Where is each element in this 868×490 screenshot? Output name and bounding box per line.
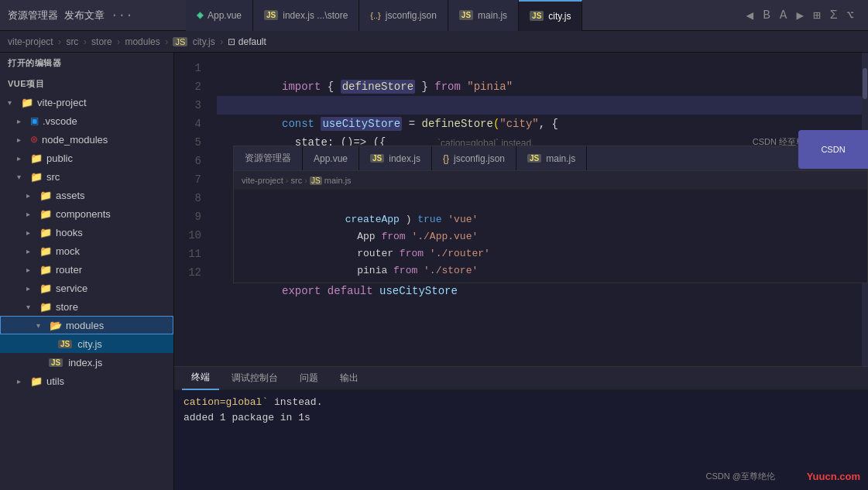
folder-open-icon: 📂 [50, 320, 62, 331]
sidebar-item-modules[interactable]: ▾ 📂 modules [0, 316, 173, 334]
arrow-icon: ▾ [17, 173, 26, 181]
sidebar-item-service[interactable]: ▸ 📁 service [0, 279, 173, 297]
icon-link[interactable]: ⌥ [846, 8, 854, 23]
tab-app-vue[interactable]: ◈ App.vue [186, 0, 253, 31]
folder-icon: 📁 [30, 152, 43, 164]
icon-bold[interactable]: B [763, 9, 770, 22]
arrow-icon: ▸ [26, 210, 36, 218]
more-options-icon[interactable]: ··· [111, 9, 133, 22]
tab-label: App.vue [208, 10, 242, 21]
overlay-code-line-1: createApp ) true 'vue' [273, 194, 859, 211]
folder-icon: 📁 [39, 301, 52, 313]
sidebar-item-label: mock [56, 245, 80, 257]
sidebar-item-label: city.js [77, 338, 102, 350]
sidebar-item-city-js[interactable]: JS city.js [0, 334, 173, 353]
csdn-notify-text: CSDN [821, 145, 845, 154]
npm-icon: ⊛ [30, 134, 38, 145]
tab-city-js[interactable]: JS city.js [519, 0, 582, 31]
icon-sigma[interactable]: Σ [830, 9, 838, 22]
folder-icon: 📁 [39, 227, 52, 238]
folder-icon: 📁 [39, 264, 52, 276]
terminal-line-1: cation=global` instead. [184, 395, 859, 410]
arrow-icon: ▸ [17, 377, 26, 385]
tab-jsconfig-json[interactable]: {..} jsconfig.json [359, 0, 448, 31]
overlay-tab-index-js[interactable]: JS index.js [359, 146, 432, 170]
sidebar-section-vue-project: VUE项目 [0, 74, 173, 93]
sidebar-item-vscode[interactable]: ▸ ▣ .vscode [0, 111, 173, 130]
overlay-tabs: 资源管理器 App.vue JS index.js {} jsconfig.js… [234, 146, 867, 171]
folder-icon: 📁 [30, 375, 43, 387]
terminal-line-2: added 1 package in 1s [184, 410, 859, 426]
tab-label: jsconfig.json [386, 10, 437, 21]
js-icon: JS [370, 154, 384, 163]
arrow-icon: ▸ [26, 284, 36, 293]
overlay-tab-label: main.js [546, 153, 575, 164]
folder-icon: 📁 [30, 171, 43, 183]
arrow-icon: ▸ [26, 191, 36, 200]
overlay-breadcrumb-text: vite-project › src › JS main.js [242, 176, 352, 185]
sidebar-item-label: utils [46, 375, 64, 387]
sidebar-item-assets[interactable]: ▸ 📁 assets [0, 186, 173, 204]
sidebar-item-label: router [56, 264, 82, 276]
terminal-tab-output[interactable]: 输出 [331, 367, 368, 390]
sidebar: 打开的编辑器 VUE项目 ▾ 📁 vite-project ▸ ▣ .vscod… [0, 53, 174, 490]
sidebar-item-public[interactable]: ▸ 📁 public [0, 149, 173, 167]
overlay-tab-main-js[interactable]: JS main.js [516, 146, 587, 170]
sidebar-item-store[interactable]: ▾ 📁 store [0, 297, 173, 316]
sidebar-item-components[interactable]: ▸ 📁 components [0, 204, 173, 223]
folder-icon: 📁 [21, 97, 33, 108]
sidebar-item-label: index.js [68, 357, 102, 368]
icon-back[interactable]: ◀ [746, 8, 754, 23]
sidebar-item-index-js[interactable]: JS index.js [0, 353, 173, 372]
scrollbar-thumb[interactable] [863, 68, 867, 99]
overlay-tab-label: jsconfig.json [454, 153, 505, 164]
arrow-icon: ▸ [17, 135, 26, 144]
sidebar-item-router[interactable]: ▸ 📁 router [0, 260, 173, 279]
json-icon: {..} [370, 11, 380, 20]
overlay-tab-jsconfig[interactable]: {} jsconfig.json [432, 146, 516, 170]
breadcrumb: vite-project › src › store › modules › J… [8, 36, 266, 47]
editor-tabs: ◈ App.vue JS index.js ...\store {..} jsc… [186, 0, 732, 31]
folder-icon: 📁 [39, 245, 52, 257]
arrow-icon: ▸ [17, 117, 26, 125]
sidebar-item-label: service [56, 283, 87, 294]
overlay-code: createApp ) true 'vue' App from './App.v… [265, 190, 867, 283]
sidebar-section-open-editors: 打开的编辑器 [0, 53, 173, 72]
icon-sound[interactable]: ▶ [796, 8, 804, 23]
vue-icon: ◈ [197, 10, 203, 20]
top-bar: 资源管理器 发布文章 ··· ◈ App.vue JS index.js ...… [0, 0, 868, 31]
publish-label[interactable]: 发布文章 [64, 9, 105, 22]
main-area: 打开的编辑器 VUE项目 ▾ 📁 vite-project ▸ ▣ .vscod… [0, 53, 868, 490]
terminal-tab-debug[interactable]: 调试控制台 [222, 367, 287, 390]
tab-main-js[interactable]: JS main.js [448, 0, 519, 31]
overlay-tab-explorer[interactable]: 资源管理器 [234, 146, 303, 170]
sidebar-item-utils[interactable]: ▸ 📁 utils [0, 372, 173, 390]
overlay-tab-label: App.vue [314, 153, 348, 164]
arrow-icon: ▸ [17, 154, 26, 163]
line-numbers: 1234 5678 9101112 [174, 53, 209, 366]
terminal-tab-problems[interactable]: 问题 [290, 367, 328, 390]
js-file-icon: JS [58, 340, 72, 348]
arrow-icon: ▸ [26, 228, 36, 237]
sidebar-item-vite-project[interactable]: ▾ 📁 vite-project [0, 93, 173, 111]
overlay-breadcrumb: vite-project › src › JS main.js [234, 171, 867, 190]
overlay-line-numbers [234, 190, 265, 283]
icon-font[interactable]: A [780, 9, 787, 22]
tab-index-js[interactable]: JS index.js ...\store [253, 0, 359, 31]
sidebar-item-label: src [46, 171, 60, 183]
folder-icon: 📁 [39, 208, 52, 220]
overlay-code-content: createApp ) true 'vue' App from './App.v… [234, 190, 867, 283]
icon-image[interactable]: ⊞ [813, 8, 821, 23]
sidebar-item-node-modules[interactable]: ▸ ⊛ node_modules [0, 130, 173, 149]
csdn-notification-bubble[interactable]: CSDN [798, 130, 868, 169]
folder-icon: 📁 [39, 190, 52, 201]
sidebar-item-hooks[interactable]: ▸ 📁 hooks [0, 223, 173, 242]
sidebar-item-mock[interactable]: ▸ 📁 mock [0, 242, 173, 260]
tab-label: index.js ...\store [283, 10, 348, 21]
arrow-icon: ▸ [26, 247, 36, 255]
terminal-tab-terminal[interactable]: 终端 [182, 367, 219, 390]
overlay-tab-app-vue[interactable]: App.vue [303, 146, 359, 170]
csdn-label: CSDN @至尊绝伦 [706, 471, 775, 482]
json-icon: {} [443, 153, 449, 164]
sidebar-item-src[interactable]: ▾ 📁 src [0, 167, 173, 186]
